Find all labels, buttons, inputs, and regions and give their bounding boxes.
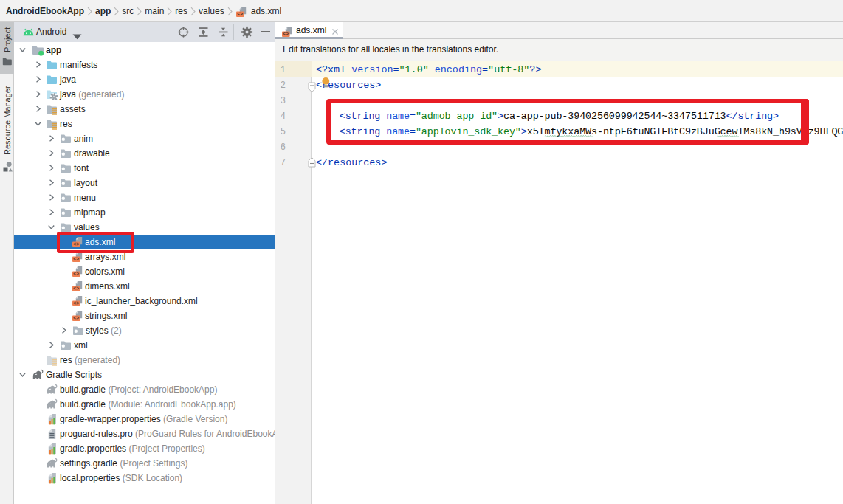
svg-text:<>: <> xyxy=(73,301,79,306)
svg-text:<>: <> xyxy=(73,316,79,321)
svg-text:<>: <> xyxy=(237,12,243,17)
svg-text:<>: <> xyxy=(283,32,289,37)
svg-text:<>: <> xyxy=(73,286,79,291)
svg-text:<>: <> xyxy=(73,272,79,277)
svg-text:<>: <> xyxy=(73,257,79,262)
